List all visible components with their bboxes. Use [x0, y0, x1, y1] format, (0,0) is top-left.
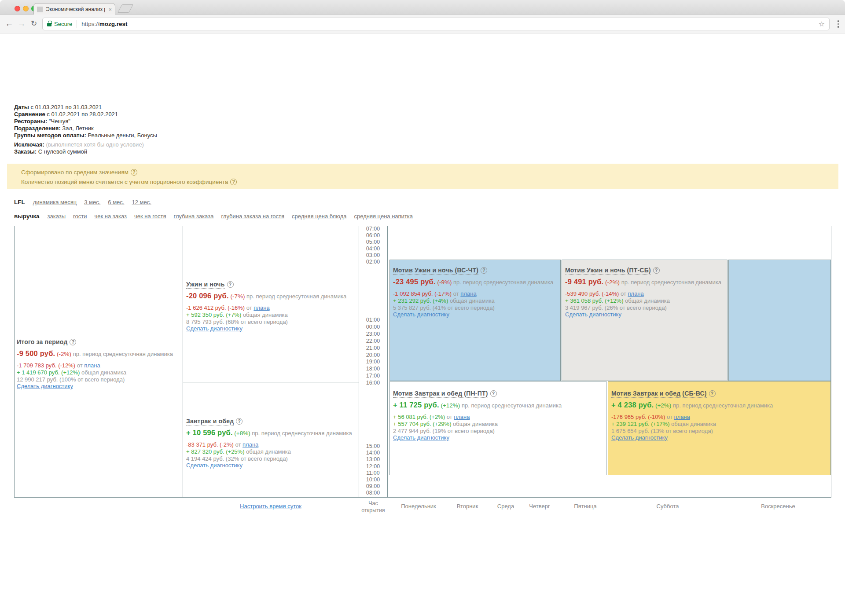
- metric-nav-link[interactable]: глубина заказа: [174, 213, 214, 220]
- main-dynamics-line: -9 491 руб. (-2%) пр. период среднесуточ…: [565, 278, 721, 286]
- tab-close-icon[interactable]: ×: [108, 7, 112, 12]
- period-nav-link[interactable]: динамика месяц: [33, 199, 77, 205]
- time-label: 08:00: [359, 490, 387, 496]
- total-line: 5 375 827 руб. (41% от всего периода): [393, 304, 553, 312]
- diagnostics-link[interactable]: Сделать диагностику: [186, 462, 242, 469]
- time-label: 06:00: [359, 232, 387, 239]
- dinner-night-block: Ужин и ночь? -20 096 руб. (-7%) пр. пери…: [186, 281, 346, 332]
- filter-payment-groups: Группы методов оплаты: Реальные деньги, …: [14, 132, 157, 139]
- reload-icon[interactable]: ↻: [28, 18, 40, 29]
- grid-divider: [183, 382, 359, 382]
- total-line: 2 477 944 руб. (19% от всего периода): [393, 428, 562, 435]
- metric-nav-link[interactable]: гости: [73, 213, 87, 220]
- opening-hour-label: Час открытия: [359, 500, 387, 514]
- notice-line: Сформировано по средним значениям?: [21, 168, 838, 177]
- forward-icon[interactable]: →: [16, 18, 27, 29]
- day-label-friday: Пятница: [574, 503, 596, 510]
- metric-nav-link[interactable]: средняя цена блюда: [292, 213, 346, 220]
- period-nav-link[interactable]: 12 мес.: [132, 199, 151, 205]
- motif-breakfast-sat-sun-block: Мотив Завтрак и обед (СБ-ВС)? + 4 238 ру…: [611, 390, 773, 441]
- plan-link[interactable]: плана: [674, 414, 690, 420]
- metric-nav-link[interactable]: глубина заказа на гостя: [221, 213, 284, 220]
- plan-link[interactable]: плана: [242, 441, 258, 448]
- address-bar[interactable]: Secure https:// mozg.rest ☆: [42, 18, 830, 30]
- help-icon[interactable]: ?: [490, 390, 497, 397]
- time-label: 05:00: [359, 239, 387, 246]
- plan-link[interactable]: плана: [254, 304, 269, 311]
- time-label: 22:00: [359, 338, 387, 345]
- diagnostics-link[interactable]: Сделать диагностику: [186, 325, 242, 332]
- secure-lock-icon[interactable]: [47, 23, 51, 26]
- help-icon[interactable]: ?: [227, 281, 234, 288]
- time-label: 15:00: [359, 443, 387, 450]
- new-tab-button[interactable]: [118, 4, 133, 13]
- time-label: 12:00: [359, 463, 387, 470]
- back-icon[interactable]: ←: [4, 18, 15, 29]
- grid-divider: [387, 226, 388, 497]
- overall-dynamics-line: + 361 058 руб. (+12%) общая динамика: [565, 297, 721, 304]
- metric-nav-link[interactable]: заказы: [48, 213, 66, 220]
- overall-dynamics-line: + 231 292 руб. (+4%) общая динамика: [393, 297, 553, 304]
- overall-dynamics-line: + 239 121 руб. (+17%) общая динамика: [611, 421, 773, 428]
- plan-link[interactable]: плана: [628, 290, 644, 297]
- close-window-button[interactable]: [15, 6, 20, 11]
- time-label: 00:00: [359, 324, 387, 331]
- url-scheme: https://: [81, 21, 99, 27]
- plan-line: -1 626 412 руб. (-16%) от плана: [186, 304, 346, 312]
- favicon: [37, 7, 43, 12]
- browser-menu-icon[interactable]: [838, 20, 839, 28]
- help-icon[interactable]: ?: [709, 390, 716, 397]
- time-label: 07:00: [359, 226, 387, 232]
- plan-link[interactable]: плана: [84, 362, 100, 369]
- time-label: 18:00: [359, 366, 387, 373]
- time-label: 03:00: [359, 252, 387, 259]
- period-nav-link[interactable]: 6 мес.: [108, 199, 124, 205]
- diagnostics-link[interactable]: Сделать диагностику: [393, 434, 449, 441]
- main-dynamics-line: -20 096 руб. (-7%) пр. период среднесуто…: [186, 292, 346, 301]
- time-label: 19:00: [359, 359, 387, 366]
- minimize-window-button[interactable]: [23, 6, 29, 11]
- time-axis-day: 15:0014:0013:0012:0011:0010:0009:0008:00: [359, 443, 387, 497]
- time-label: 23:00: [359, 331, 387, 338]
- time-label: 14:00: [359, 450, 387, 456]
- main-dynamics-line: + 11 725 руб. (+12%) пр. период среднесу…: [393, 401, 562, 410]
- configure-day-time-link[interactable]: Настроить время суток: [240, 503, 301, 510]
- help-icon[interactable]: ?: [131, 169, 137, 176]
- diagnostics-link[interactable]: Сделать диагностику: [393, 311, 449, 318]
- time-label: 01:00: [359, 317, 387, 324]
- block-title: Мотив Завтрак и обед (ПН-ПТ)?: [393, 390, 562, 397]
- help-icon[interactable]: ?: [481, 267, 487, 274]
- time-label: 13:00: [359, 456, 387, 463]
- overall-dynamics-line: + 557 704 руб. (+29%) общая динамика: [393, 421, 562, 428]
- metric-nav-link[interactable]: чек на гостя: [134, 213, 166, 220]
- bookmark-star-icon[interactable]: ☆: [819, 20, 825, 28]
- day-label-tuesday: Вторник: [457, 503, 478, 510]
- browser-tab[interactable]: Экономический анализ рес... ×: [33, 3, 115, 15]
- day-label-thursday: Четверг: [529, 503, 550, 510]
- notice-banner: Сформировано по средним значениям? Колич…: [7, 164, 838, 189]
- help-icon[interactable]: ?: [70, 339, 76, 345]
- time-label: 20:00: [359, 352, 387, 359]
- help-icon[interactable]: ?: [230, 179, 237, 185]
- notice-line: Количество позиций меню считается с учет…: [21, 177, 838, 187]
- main-dynamics-line: -9 500 руб. (-2%) пр. период среднесуточ…: [17, 349, 173, 358]
- time-label: 17:00: [359, 373, 387, 380]
- period-nav-link[interactable]: 3 мес.: [84, 199, 100, 205]
- metric-nav-link[interactable]: средняя цена напитка: [354, 213, 413, 220]
- metric-nav-link[interactable]: чек на заказ: [94, 213, 127, 220]
- plan-link[interactable]: плана: [460, 290, 476, 297]
- plan-link[interactable]: плана: [454, 414, 470, 420]
- breakfast-lunch-block: Завтрак и обед? + 10 596 руб. (+8%) пр. …: [186, 418, 352, 469]
- motif-dinner-sunday-panel: [728, 260, 831, 381]
- block-title: Мотив Ужин и ночь (ПТ-СБ)?: [565, 267, 721, 274]
- main-dynamics-line: -23 495 руб. (-9%) пр. период среднесуто…: [393, 278, 553, 286]
- filter-dates: Даты с 01.03.2021 по 31.03.2021: [14, 104, 157, 111]
- help-icon[interactable]: ?: [236, 418, 242, 425]
- help-icon[interactable]: ?: [653, 267, 660, 274]
- diagnostics-link[interactable]: Сделать диагностику: [17, 383, 73, 389]
- diagnostics-link[interactable]: Сделать диагностику: [565, 311, 621, 318]
- tab-title: Экономический анализ рес...: [46, 6, 105, 12]
- overall-dynamics-line: + 827 320 руб. (+25%) общая динамика: [186, 448, 352, 455]
- diagnostics-link[interactable]: Сделать диагностику: [611, 434, 668, 441]
- main-dynamics-line: + 10 596 руб. (+8%) пр. период среднесут…: [186, 429, 352, 437]
